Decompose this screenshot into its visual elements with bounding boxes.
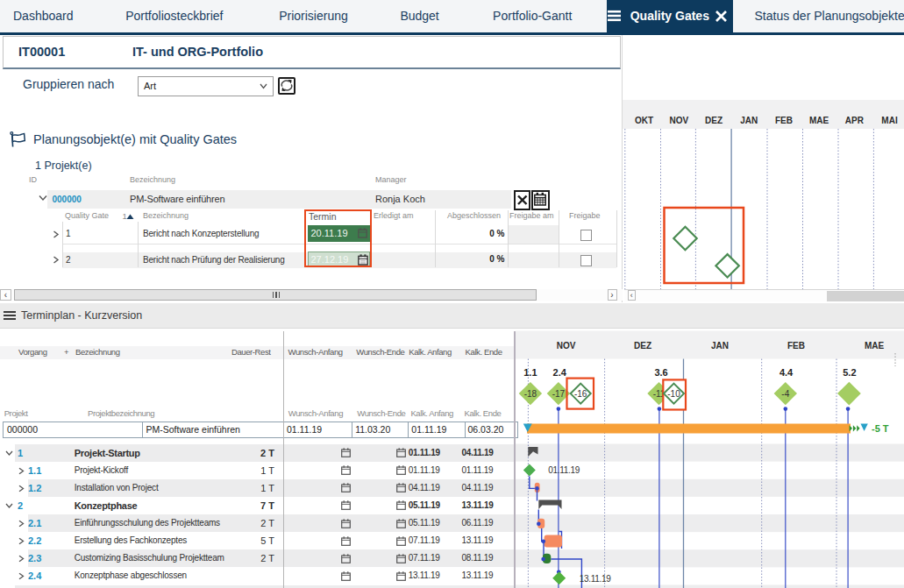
svg-text:JAN: JAN	[711, 341, 729, 351]
svg-text:-4: -4	[781, 389, 789, 399]
svg-text:NOV: NOV	[669, 116, 688, 125]
svg-text:-16: -16	[574, 389, 587, 399]
svg-text:-10: -10	[667, 389, 680, 399]
svg-text:01.11.19: 01.11.19	[548, 465, 580, 475]
svg-text:5.2: 5.2	[843, 367, 856, 378]
svg-text:DEZ: DEZ	[634, 341, 651, 351]
svg-text:JAN: JAN	[740, 116, 758, 125]
svg-text:13.11.19: 13.11.19	[580, 574, 612, 584]
svg-text:MAI: MAI	[881, 116, 898, 125]
svg-text:2.4: 2.4	[553, 367, 567, 378]
svg-text:4.4: 4.4	[779, 367, 794, 378]
svg-text:1.1: 1.1	[523, 367, 537, 378]
svg-text:3.6: 3.6	[654, 367, 667, 378]
svg-text:MAE: MAE	[809, 116, 829, 125]
svg-text:-17: -17	[552, 389, 566, 399]
svg-text:FEB: FEB	[775, 116, 793, 125]
svg-text:DEZ: DEZ	[705, 116, 722, 125]
svg-text:-5 T: -5 T	[872, 423, 889, 434]
svg-text:MAE: MAE	[865, 341, 885, 351]
svg-text:OKT: OKT	[635, 116, 653, 125]
svg-text:FEB: FEB	[787, 341, 805, 351]
svg-text:APR: APR	[845, 116, 865, 125]
svg-text:NOV: NOV	[557, 341, 576, 351]
svg-text:-18: -18	[524, 389, 537, 399]
